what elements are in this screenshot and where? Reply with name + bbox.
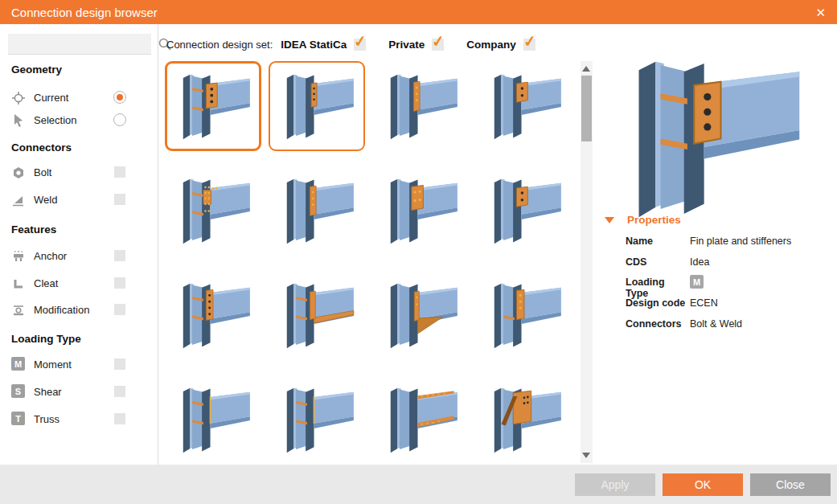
design-set-label: Connection design set: bbox=[166, 39, 273, 51]
shear-checkbox[interactable] bbox=[114, 386, 125, 397]
detail-panel: Properties Name Fin plate and stiffeners… bbox=[596, 24, 837, 465]
private-checkbox[interactable] bbox=[432, 39, 444, 51]
connection-thumbnail-end-plate-stiffener[interactable] bbox=[476, 270, 572, 360]
connection-3d-icon bbox=[379, 68, 462, 145]
dialog-title: Connection design browser bbox=[11, 6, 158, 19]
property-label: Loading Type bbox=[626, 277, 690, 299]
connection-3d-icon bbox=[482, 277, 566, 354]
connection-thumbnail-fin-plate[interactable] bbox=[269, 61, 365, 151]
sidebar-item-weld[interactable]: Weld bbox=[11, 188, 153, 212]
sidebar-item-moment[interactable]: M Moment bbox=[11, 353, 153, 377]
sidebar-item-label: Bolt bbox=[34, 166, 51, 178]
filter-sidebar: Geometry Current Selection Connectors Bo… bbox=[0, 24, 158, 465]
connection-thumbnail-haunch-plate[interactable] bbox=[269, 270, 365, 360]
option-label: Company bbox=[466, 39, 516, 51]
current-radio[interactable] bbox=[113, 91, 126, 104]
cleat-angle-icon bbox=[11, 277, 26, 291]
ok-button[interactable]: OK bbox=[663, 473, 743, 496]
sidebar-item-modification[interactable]: Modification bbox=[11, 298, 153, 322]
section-connectors: Connectors bbox=[11, 141, 72, 154]
truss-checkbox[interactable] bbox=[114, 413, 125, 424]
sidebar-item-selection[interactable]: Selection bbox=[11, 109, 153, 133]
connection-thumbnail-plate-2-bolts[interactable] bbox=[476, 166, 572, 256]
option-label: IDEA StatiCa bbox=[281, 39, 347, 51]
design-set-option-private[interactable]: Private bbox=[388, 39, 444, 51]
sidebar-item-label: Cleat bbox=[34, 277, 58, 289]
close-icon[interactable]: ✕ bbox=[815, 6, 826, 18]
search-box[interactable] bbox=[8, 34, 151, 55]
connection-thumbnail-welded[interactable] bbox=[165, 375, 261, 465]
properties-title: Properties bbox=[627, 214, 681, 226]
connection-thumbnail-plate-2-bolts[interactable] bbox=[476, 61, 572, 151]
selection-radio[interactable] bbox=[113, 113, 126, 126]
connection-3d-icon bbox=[171, 381, 255, 459]
scrollbar-thumb[interactable] bbox=[581, 76, 592, 141]
option-label: Private bbox=[388, 39, 425, 51]
sidebar-item-label: Anchor bbox=[34, 250, 67, 262]
connection-thumbnail-haunch-triangle[interactable] bbox=[372, 270, 469, 360]
connection-thumbnail-end-plate[interactable] bbox=[269, 166, 365, 256]
connection-3d-icon bbox=[482, 68, 566, 145]
connection-thumbnail-grid bbox=[165, 61, 580, 465]
grid-scrollbar[interactable] bbox=[581, 61, 593, 463]
property-label: Connectors bbox=[626, 318, 690, 330]
footer-bar: Apply OK Close bbox=[0, 465, 837, 504]
property-label: CDS bbox=[626, 256, 690, 268]
sidebar-item-current[interactable]: Current bbox=[11, 86, 153, 110]
connection-3d-icon bbox=[379, 277, 462, 354]
connection-3d-icon bbox=[275, 381, 359, 459]
anchor-checkbox[interactable] bbox=[114, 250, 125, 261]
search-input[interactable] bbox=[13, 37, 158, 51]
sidebar-item-shear[interactable]: S Shear bbox=[11, 380, 153, 404]
cleat-checkbox[interactable] bbox=[114, 277, 125, 289]
modification-checkbox[interactable] bbox=[114, 304, 125, 315]
sidebar-item-label: Current bbox=[34, 92, 68, 104]
connection-3d-icon bbox=[275, 68, 359, 145]
moment-badge-icon: M bbox=[11, 357, 25, 371]
apply-button[interactable]: Apply bbox=[575, 473, 655, 496]
sidebar-item-label: Modification bbox=[34, 304, 89, 316]
section-loading-type: Loading Type bbox=[11, 333, 81, 345]
sidebar-item-label: Selection bbox=[34, 114, 76, 126]
connection-thumbnail-end-plate-4-bolts[interactable] bbox=[165, 270, 261, 360]
loading-type-badge: M bbox=[690, 275, 704, 289]
connection-thumbnail-end-plate-wide[interactable] bbox=[372, 166, 469, 256]
sidebar-item-truss[interactable]: T Truss bbox=[11, 408, 153, 432]
design-set-option-company[interactable]: Company bbox=[466, 39, 535, 51]
shear-badge-icon: S bbox=[11, 384, 25, 398]
connection-3d-icon bbox=[171, 277, 255, 354]
connection-3d-icon bbox=[171, 68, 255, 145]
section-features: Features bbox=[11, 223, 56, 236]
sidebar-item-bolt[interactable]: Bolt bbox=[11, 161, 153, 185]
sidebar-item-anchor[interactable]: Anchor bbox=[11, 244, 153, 268]
bolt-checkbox[interactable] bbox=[114, 166, 125, 178]
idea-statica-checkbox[interactable] bbox=[354, 39, 366, 51]
property-label: Design code bbox=[626, 297, 690, 309]
connection-3d-icon bbox=[275, 277, 359, 354]
connection-thumbnail-bracket-diagonal[interactable] bbox=[476, 375, 572, 465]
sidebar-item-label: Moment bbox=[34, 359, 72, 371]
properties-header[interactable]: Properties bbox=[605, 214, 681, 226]
connection-3d-icon bbox=[379, 381, 462, 459]
connection-thumbnail-bolted-splice[interactable] bbox=[165, 166, 261, 256]
weld-checkbox[interactable] bbox=[114, 194, 125, 205]
section-geometry: Geometry bbox=[11, 64, 62, 76]
connection-thumbnail-end-plate[interactable] bbox=[372, 61, 469, 151]
connection-preview-image bbox=[610, 45, 811, 236]
company-checkbox[interactable] bbox=[523, 39, 535, 51]
sidebar-item-cleat[interactable]: Cleat bbox=[11, 272, 153, 296]
design-set-option-idea-statica[interactable]: IDEA StatiCa bbox=[281, 39, 366, 51]
moment-checkbox[interactable] bbox=[114, 359, 125, 370]
property-value: ECEN bbox=[690, 297, 718, 309]
connection-thumbnail-fin-plate-stiffeners[interactable] bbox=[165, 61, 261, 151]
connection-design-set-row: Connection design set: IDEA StatiCa Priv… bbox=[166, 34, 558, 55]
close-button[interactable]: Close bbox=[750, 473, 831, 496]
connection-thumbnail-splice-long[interactable] bbox=[372, 375, 469, 465]
scroll-up-icon[interactable] bbox=[582, 66, 590, 72]
scroll-down-icon[interactable] bbox=[582, 453, 590, 458]
modification-plate-icon bbox=[11, 303, 26, 318]
connection-3d-icon bbox=[171, 172, 255, 250]
sidebar-item-label: Weld bbox=[34, 194, 57, 206]
property-value: Bolt & Weld bbox=[690, 318, 742, 330]
connection-thumbnail-welded[interactable] bbox=[269, 375, 365, 465]
